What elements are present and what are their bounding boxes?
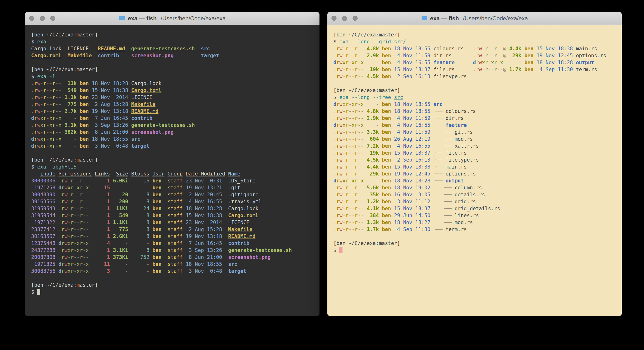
text-segment: 2 Sep 16:13 [394, 157, 430, 163]
text-segment: .gitignore [228, 192, 258, 198]
permission-char: - [352, 206, 355, 212]
titlebar[interactable]: exa — fish /Users/ben/Code/exa/exa [25, 12, 320, 25]
text-segment: 35k [367, 192, 379, 198]
text-segment: 23 Nov 0:31 [186, 178, 222, 184]
permission-char: r [44, 115, 46, 121]
text-segment [222, 192, 228, 198]
text-segment [128, 88, 131, 93]
permission-char: - [358, 46, 361, 52]
text-segment: screenshot.png [131, 129, 174, 135]
zoom-button[interactable] [352, 16, 358, 21]
terminal-content[interactable]: [ben ~/C/e/exa:master]$ exa --long --gri… [328, 25, 622, 316]
permission-char: - [74, 261, 77, 267]
permission-char: - [77, 199, 80, 204]
minimize-button[interactable] [40, 16, 45, 21]
permission-char: w [64, 220, 68, 225]
permission-char: x [361, 178, 364, 184]
text-segment [391, 60, 394, 66]
text-segment [89, 261, 95, 267]
minimize-button[interactable] [342, 16, 347, 21]
text-segment [162, 206, 168, 212]
terminal-content[interactable]: [ben ~/C/e/exa:master]$ exaCargo.lock LI… [25, 25, 320, 316]
permission-char: - [361, 171, 364, 177]
text-segment: 2.6Ki [113, 234, 128, 239]
text-segment: 549 [113, 213, 128, 218]
text-segment: $ [31, 164, 37, 170]
close-button[interactable] [332, 16, 336, 21]
permission-char: r [70, 199, 74, 204]
permission-char: - [352, 115, 355, 121]
permission-char: - [46, 94, 49, 100]
text-segment [222, 178, 228, 184]
text-segment: output [576, 60, 594, 66]
titlebar[interactable]: exa — fish /Users/ben/Code/exa/exa [328, 12, 622, 25]
text-segment: ├── [433, 150, 446, 156]
text-segment [430, 150, 434, 156]
text-segment: Makefile [228, 226, 252, 232]
terminal-line: [ben ~/C/e/exa:master] [31, 282, 314, 289]
text-segment: 26 Aug 12:19 [394, 136, 430, 142]
text-segment [110, 268, 113, 274]
text-segment [89, 178, 95, 184]
permission-char: - [58, 88, 62, 93]
text-segment: 23 Nov 2014 [186, 220, 222, 225]
text-segment [110, 178, 113, 184]
permission-char: - [342, 129, 346, 135]
terminal-line: .rwxr-xr-x 3.1k ben 3 Sep 13:26 generate… [31, 122, 314, 129]
permission-char: w [37, 115, 40, 121]
text-segment: 4.1k [367, 206, 379, 212]
terminal-line: 1971258 drwxr-xr-x 15 - - ben staff 19 N… [31, 184, 314, 191]
permission-char: w [37, 102, 40, 107]
text-segment: ben [80, 136, 89, 142]
text-segment: 18 Nov 18:55 [394, 102, 430, 107]
text-segment [379, 102, 382, 107]
permission-char: r [52, 102, 56, 107]
text-segment [183, 171, 186, 177]
text-segment: dir.rs [433, 53, 452, 58]
text-segment: Makefile [131, 102, 155, 107]
text-segment [430, 53, 434, 58]
text-segment: 23377412 [31, 226, 55, 232]
permission-char: - [497, 46, 500, 52]
permission-char: - [348, 199, 352, 204]
text-segment: 8 [131, 248, 149, 253]
permission-char: - [46, 129, 49, 135]
text-segment: ├── [433, 157, 446, 163]
permission-char: - [352, 74, 355, 79]
permission-char: - [86, 234, 89, 239]
text-segment: [ben ~/C/e/exa:master] [334, 88, 400, 93]
text-segment [222, 226, 228, 232]
text-segment [391, 178, 394, 184]
text-segment [162, 240, 168, 246]
permission-char: . [473, 46, 476, 52]
permission-char: x [352, 60, 355, 66]
permission-char: r [336, 150, 340, 156]
permission-char: . [58, 206, 62, 212]
text-segment: 3 Sep 13:26 [92, 122, 128, 128]
text-segment [430, 171, 434, 177]
text-segment [31, 171, 40, 177]
text-segment [55, 206, 58, 212]
permission-char: . [334, 129, 336, 135]
terminal-line [334, 233, 616, 240]
text-segment: .travis.yml [228, 199, 262, 204]
text-segment: staff [168, 248, 183, 253]
text-segment [149, 213, 152, 218]
text-segment [379, 115, 382, 121]
text-segment [464, 46, 473, 52]
permission-char: d [58, 185, 62, 190]
text-segment [430, 108, 434, 114]
window-title: exa — fish /Users/ben/Code/exa/exa [421, 15, 528, 22]
permission-char: r [355, 74, 358, 79]
text-segment [149, 178, 152, 184]
close-button[interactable] [29, 16, 34, 21]
permission-char: r [355, 206, 358, 212]
text-segment: - [367, 60, 379, 66]
zoom-button[interactable] [50, 16, 55, 21]
text-segment [222, 185, 228, 190]
permission-char: - [68, 220, 71, 225]
terminal-line [334, 80, 616, 87]
text-segment [149, 192, 152, 198]
text-segment: staff [168, 220, 183, 225]
permission-char: - [358, 185, 361, 190]
